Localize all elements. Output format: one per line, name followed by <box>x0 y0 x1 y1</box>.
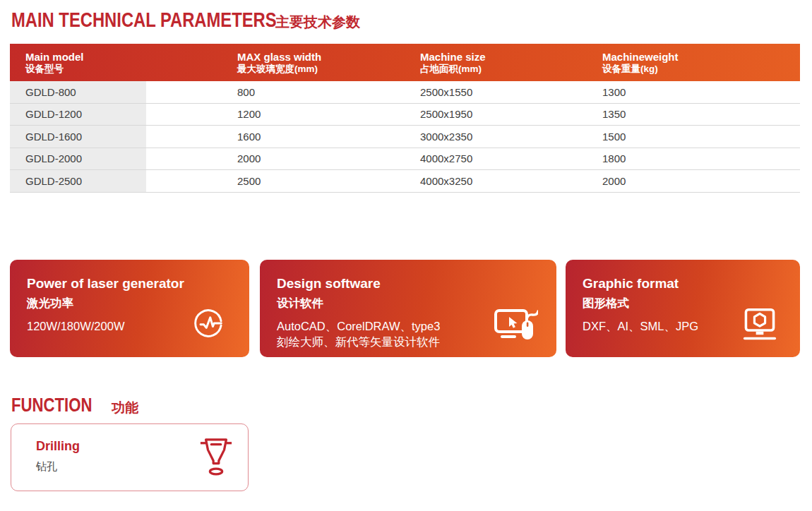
cell-model: GDLD-1200 <box>10 104 146 126</box>
column-header-main-model: Main model 设备型号 <box>10 44 146 81</box>
cell-weight: 1300 <box>592 81 800 103</box>
card-laser-power: Power of laser generator 激光功率 120W/180W/… <box>10 260 249 357</box>
cell-model: GDLD-2500 <box>10 170 146 192</box>
card-title-zh: 图形格式 <box>583 296 722 309</box>
column-header-glass-width: MAX glass width 最大玻璃宽度(mm) <box>146 44 410 81</box>
cell-glass-width: 2500 <box>146 170 410 192</box>
card-value: 刻绘大师、新代等矢量设计软件 <box>277 334 479 349</box>
card-function-drilling: Drilling 钻孔 <box>11 423 249 491</box>
cell-machine-size: 3000x2350 <box>410 126 592 148</box>
column-header-zh: 最大玻璃宽度(mm) <box>237 64 410 74</box>
function-section-title: FUNCTION <box>11 395 92 416</box>
column-header-en: Machineweight <box>602 52 800 62</box>
cell-weight: 1350 <box>592 104 800 126</box>
column-header-zh: 设备重量(kg) <box>602 64 800 74</box>
cell-glass-width: 1200 <box>146 104 410 126</box>
parameters-table: Main model 设备型号 MAX glass width 最大玻璃宽度(m… <box>10 44 800 193</box>
card-title: Design software <box>277 277 479 291</box>
column-header-en: MAX glass width <box>237 52 410 62</box>
column-header-machine-weight: Machineweight 设备重量(kg) <box>592 44 800 81</box>
card-title: Graphic format <box>583 277 722 291</box>
cell-machine-size: 2500x1950 <box>410 104 592 126</box>
card-value: DXF、AI、SML、JPG <box>583 318 722 334</box>
table-row: GDLD-2000 2000 4000x2750 1800 <box>10 148 800 171</box>
spec-sheet-page: MAIN TECHNICAL PARAMETERS 主要技术参数 Main mo… <box>0 0 812 511</box>
cell-glass-width: 800 <box>146 81 410 103</box>
table-header-row: Main model 设备型号 MAX glass width 最大玻璃宽度(m… <box>10 44 800 81</box>
cell-glass-width: 1600 <box>146 126 410 148</box>
parameters-section-title: MAIN TECHNICAL PARAMETERS <box>11 8 277 32</box>
cell-model: GDLD-1600 <box>10 126 146 148</box>
card-design-software: Design software 设计软件 AutoCAD、CorelDRAW、t… <box>260 260 556 357</box>
monitor-mouse-icon <box>494 308 538 343</box>
drill-bit-icon <box>199 433 233 479</box>
cell-weight: 1800 <box>592 148 800 170</box>
card-title: Power of laser generator <box>27 277 172 291</box>
card-value: 120W/180W/200W <box>27 318 172 334</box>
table-row: GDLD-1200 1200 2500x1950 1350 <box>10 104 800 126</box>
column-header-en: Machine size <box>420 52 592 62</box>
column-header-zh: 设备型号 <box>25 64 146 74</box>
cell-glass-width: 2000 <box>146 148 410 170</box>
column-header-machine-size: Machine size 占地面积(mm) <box>410 44 592 81</box>
parameters-section-title-zh: 主要技术参数 <box>275 13 360 32</box>
table-row: GDLD-1600 1600 3000x2350 1500 <box>10 126 800 148</box>
function-section-title-zh: 功能 <box>112 399 138 417</box>
cell-weight: 2000 <box>592 170 800 192</box>
column-header-en: Main model <box>25 52 146 62</box>
card-title-zh: 激光功率 <box>27 296 172 309</box>
cell-weight: 1500 <box>592 126 800 148</box>
laptop-hexagon-icon <box>743 307 777 342</box>
cell-machine-size: 4000x2750 <box>410 148 592 170</box>
card-value: AutoCAD、CorelDRAW、type3 <box>277 318 479 334</box>
card-title-zh: 设计软件 <box>277 296 479 309</box>
cell-machine-size: 4000x3250 <box>410 170 592 192</box>
table-row: GDLD-2500 2500 4000x3250 2000 <box>10 170 800 193</box>
cell-model: GDLD-800 <box>10 81 146 103</box>
pulse-circle-icon <box>193 308 224 339</box>
cell-model: GDLD-2000 <box>10 148 146 170</box>
card-graphic-format: Graphic format 图形格式 DXF、AI、SML、JPG <box>566 260 800 357</box>
column-header-zh: 占地面积(mm) <box>420 64 592 74</box>
table-row: GDLD-800 800 2500x1550 1300 <box>10 81 800 104</box>
cell-machine-size: 2500x1550 <box>410 81 592 103</box>
